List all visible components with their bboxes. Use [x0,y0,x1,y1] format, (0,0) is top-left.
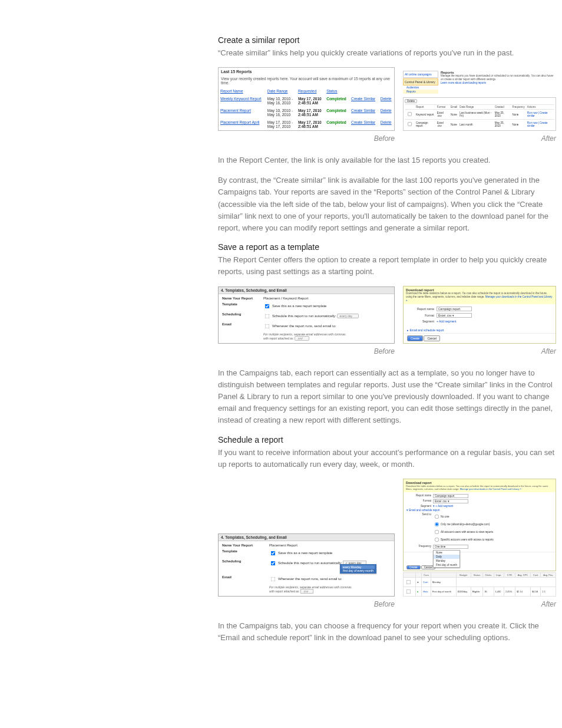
report-name-label: Report name [407,307,437,311]
report-link[interactable]: Placement Report April [219,118,266,130]
sidebar-reports[interactable]: Reports [403,90,438,94]
col-date-range[interactable]: Date Range [266,87,296,95]
name-label: Name Your Report [222,297,263,300]
col-report-name[interactable]: Report Name [219,87,266,95]
section3-intro: If you want to receive information about… [218,447,560,470]
dropdown-option[interactable]: first day of every month [342,569,375,572]
add-segment-link[interactable]: + Add segment [433,505,453,508]
create-button[interactable]: Create [406,565,421,569]
create-similar-link[interactable]: Create Similar [349,107,379,118]
section2-intro: The Report Center offers the option to c… [218,254,560,278]
dropdown-option[interactable]: None [434,551,459,555]
cancel-button[interactable]: Cancel [424,335,440,341]
status-dot-icon: ● [415,587,421,597]
report-link[interactable]: Placement Report [219,107,266,118]
delete-link[interactable]: Delete [379,95,394,107]
schedule-dropdown[interactable]: every Monday first day of every month [340,564,376,574]
create-similar-link[interactable]: Create Similar [349,95,379,107]
attach-format-select[interactable]: .xml [295,336,309,341]
email-label: Email [222,575,269,579]
format-select[interactable]: Excel .csv ▾ [437,313,472,318]
scheduling-checkbox[interactable] [265,314,270,318]
sidebar-audiences[interactable]: Audiences [403,85,438,90]
dropdown-option[interactable]: Monday [434,559,459,563]
row-checkbox[interactable] [406,589,411,594]
section3-heading: Schedule a report [218,435,560,444]
table-row: Weekly Keyword Report May 10, 2010 - May… [219,95,394,107]
last15-sub: View your recently created reports here.… [219,75,394,87]
campaign-link[interactable]: Cam [422,578,431,587]
row-actions[interactable]: Run now | Create similar [526,120,554,130]
download-report-panel: Download report Download the table stati… [403,286,556,344]
segment-label: Segment [406,505,433,508]
delete-button[interactable]: Delete [405,99,417,103]
sendto-radio[interactable]: No one [433,513,494,521]
frequency-select[interactable]: One time [433,545,468,549]
template-label: Template [222,549,269,553]
sidebar-all-online[interactable]: All online campaigns [403,71,438,78]
create-similar-link[interactable]: Create Similar [349,118,379,130]
learn-more-link[interactable]: Learn more about downloading reports [441,81,556,85]
reports-after-panel: All online campaigns Control Panel & Lib… [403,71,556,131]
section1-intro: “Create similar” links help you quickly … [218,47,560,59]
before-caption: Before [218,600,395,608]
email-checkbox[interactable] [265,324,270,328]
sendto-radio[interactable]: Only me (alisarndcp+demo@google.com) [433,521,494,528]
after-caption: After [403,347,556,355]
col-status[interactable]: Status [325,87,349,95]
template-label: Template [222,302,263,310]
sendto-radio[interactable]: Specific account users with access to re… [433,536,494,543]
campaign-link[interactable]: Hats [422,587,431,597]
sendto-radio[interactable]: All account users with access to view re… [433,528,494,536]
email-schedule-toggle[interactable]: Email and schedule report [404,327,556,333]
download-report-panel-expanded: Download report Download the table stati… [403,479,556,597]
format-label: Format [406,499,433,502]
table-row: Placement Report May 10, 2010 - May 16, … [219,107,394,118]
row-checkbox[interactable] [408,122,412,126]
template-checkbox[interactable] [265,304,270,308]
email-schedule-toggle-open[interactable]: Email and schedule report [406,509,553,512]
report-name-input[interactable]: Campaign report [437,307,472,311]
after-caption: After [403,600,556,608]
row-checkbox[interactable] [406,580,411,584]
template-checkbox[interactable] [271,551,276,556]
email-checkbox[interactable] [271,577,276,582]
col-requested[interactable]: Requested [296,87,325,95]
sidebar-cpl[interactable]: Control Panel & Library [403,78,438,85]
section1-heading: Create a similar report [218,35,560,45]
attach-format-select[interactable]: .csv [300,589,313,594]
delete-link[interactable]: Delete [379,107,394,118]
schedule-bar: 4. Templates, Scheduling, and Email [219,534,394,541]
create-button[interactable]: Create [407,335,423,341]
dropdown-option[interactable]: Daily [434,555,459,559]
table-row: ● Hats First day of month $100/day Eligi… [404,587,556,597]
add-segment-link[interactable]: + Add segment [437,319,457,323]
table-row: Campaign report Excel .csv None Last mon… [405,120,554,130]
frequency-dropdown[interactable]: None Daily Monday First day of month [433,550,460,568]
name-value: Placement / Keyword Report [263,297,391,300]
report-name-label: Report name [406,494,433,497]
format-label: Format [407,314,437,317]
manage-link[interactable]: Manage your downloads in the Control Pan… [460,487,521,490]
sendto-label: Send to [406,513,433,516]
schedule-panel-before: 4. Templates, Scheduling, and Email Name… [218,533,395,597]
delete-link[interactable]: Delete [379,118,394,130]
frequency-label: Frequency [406,545,433,548]
table-row: Placement Report April May 17, 2010 - Ma… [219,118,394,130]
dropdown-option[interactable]: First day of month [434,563,459,567]
last15-title: Last 15 Reports [219,68,394,75]
report-link[interactable]: Weekly Keyword Report [219,95,266,107]
after-caption: After [403,134,556,143]
table-row: ► Cam Monday [404,578,556,587]
section2-body: In the Campaigns tab, each report can es… [218,367,560,427]
templates-bar: 4. Templates, Scheduling, and Email [219,287,394,294]
schedule-select[interactable]: every day [337,314,359,318]
scheduling-label: Scheduling [222,312,263,320]
report-name-input[interactable]: Campaign report [433,494,468,498]
format-select[interactable]: Excel .csv ▾ [433,499,468,503]
before-caption: Before [218,134,395,143]
row-actions[interactable]: Run now | Create similar [526,110,554,120]
row-checkbox[interactable] [408,112,412,116]
section2-heading: Save a report as a template [218,242,560,252]
scheduling-checkbox[interactable] [271,561,276,566]
